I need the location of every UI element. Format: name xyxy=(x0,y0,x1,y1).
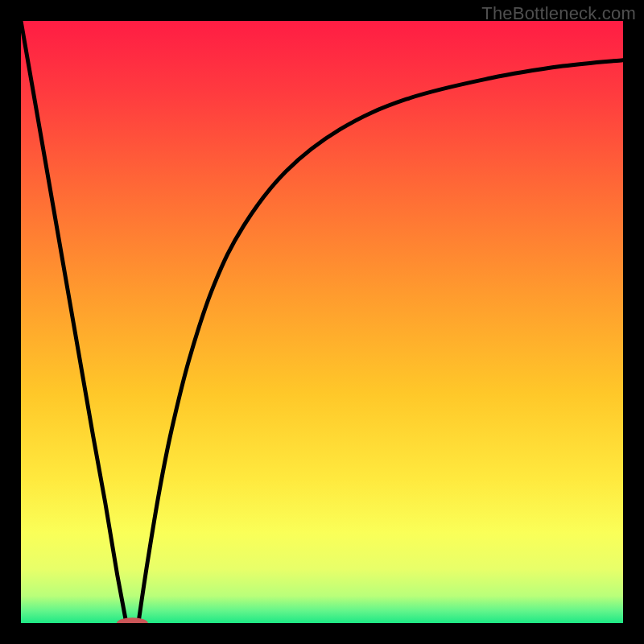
chart-frame: TheBottleneck.com xyxy=(0,0,644,644)
chart-svg xyxy=(21,21,623,623)
watermark-text: TheBottleneck.com xyxy=(481,3,636,24)
plot-area xyxy=(21,21,623,623)
